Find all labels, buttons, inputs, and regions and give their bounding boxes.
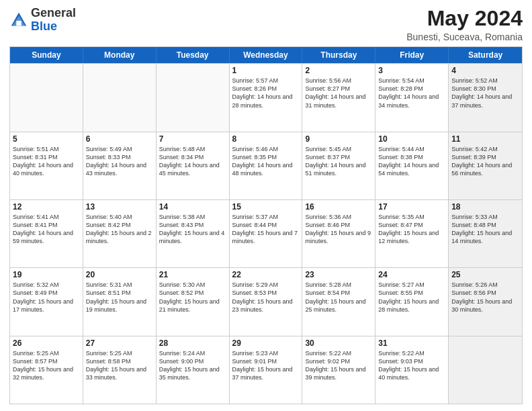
cal-cell: 27Sunrise: 5:25 AM Sunset: 8:58 PM Dayli… xyxy=(83,336,157,404)
day-number: 7 xyxy=(159,134,226,144)
cell-info: Sunrise: 5:44 AM Sunset: 8:38 PM Dayligh… xyxy=(378,145,445,178)
cell-info: Sunrise: 5:57 AM Sunset: 8:26 PM Dayligh… xyxy=(232,77,300,109)
cal-cell: 24Sunrise: 5:27 AM Sunset: 8:55 PM Dayli… xyxy=(375,268,449,335)
logo-text: General Blue xyxy=(31,7,76,34)
day-number: 27 xyxy=(86,338,153,348)
calendar-week-3: 12Sunrise: 5:41 AM Sunset: 8:41 PM Dayli… xyxy=(10,199,522,267)
day-number: 22 xyxy=(232,270,300,279)
header-day-thursday: Thursday xyxy=(302,47,375,63)
day-number: 26 xyxy=(13,338,80,348)
day-number: 17 xyxy=(378,202,445,212)
day-number: 25 xyxy=(451,270,519,279)
day-number: 5 xyxy=(13,134,80,144)
cal-cell: 19Sunrise: 5:32 AM Sunset: 8:49 PM Dayli… xyxy=(10,268,83,335)
cal-cell: 9Sunrise: 5:45 AM Sunset: 8:37 PM Daylig… xyxy=(302,132,375,199)
cal-cell: 16Sunrise: 5:36 AM Sunset: 8:46 PM Dayli… xyxy=(302,200,375,267)
day-number: 1 xyxy=(232,66,300,75)
cal-cell: 18Sunrise: 5:33 AM Sunset: 8:48 PM Dayli… xyxy=(449,200,522,267)
cell-info: Sunrise: 5:56 AM Sunset: 8:27 PM Dayligh… xyxy=(305,77,372,109)
cal-cell: 3Sunrise: 5:54 AM Sunset: 8:28 PM Daylig… xyxy=(375,64,449,131)
day-number: 3 xyxy=(378,66,445,75)
cal-cell: 25Sunrise: 5:26 AM Sunset: 8:56 PM Dayli… xyxy=(449,268,522,335)
svg-rect-2 xyxy=(16,21,21,26)
cell-info: Sunrise: 5:37 AM Sunset: 8:44 PM Dayligh… xyxy=(232,213,300,246)
calendar-week-5: 26Sunrise: 5:25 AM Sunset: 8:57 PM Dayli… xyxy=(10,336,522,404)
cell-info: Sunrise: 5:52 AM Sunset: 8:30 PM Dayligh… xyxy=(451,77,519,109)
cell-info: Sunrise: 5:46 AM Sunset: 8:35 PM Dayligh… xyxy=(232,145,300,178)
cal-cell: 26Sunrise: 5:25 AM Sunset: 8:57 PM Dayli… xyxy=(10,336,83,404)
header-day-friday: Friday xyxy=(375,47,449,63)
calendar-body: 1Sunrise: 5:57 AM Sunset: 8:26 PM Daylig… xyxy=(10,63,522,404)
calendar-week-4: 19Sunrise: 5:32 AM Sunset: 8:49 PM Dayli… xyxy=(10,267,522,335)
day-number: 30 xyxy=(305,338,372,348)
cell-info: Sunrise: 5:24 AM Sunset: 9:00 PM Dayligh… xyxy=(159,349,226,382)
cell-info: Sunrise: 5:45 AM Sunset: 8:37 PM Dayligh… xyxy=(305,145,372,178)
cell-info: Sunrise: 5:30 AM Sunset: 8:52 PM Dayligh… xyxy=(159,281,226,314)
cal-cell: 6Sunrise: 5:49 AM Sunset: 8:33 PM Daylig… xyxy=(83,132,157,199)
cal-cell: 13Sunrise: 5:40 AM Sunset: 8:42 PM Dayli… xyxy=(83,200,157,267)
cal-cell: 31Sunrise: 5:22 AM Sunset: 9:03 PM Dayli… xyxy=(375,336,449,404)
cal-cell: 11Sunrise: 5:42 AM Sunset: 8:39 PM Dayli… xyxy=(449,132,522,199)
cell-info: Sunrise: 5:25 AM Sunset: 8:58 PM Dayligh… xyxy=(86,349,153,382)
cell-info: Sunrise: 5:25 AM Sunset: 8:57 PM Dayligh… xyxy=(13,349,80,382)
month-title: May 2024 xyxy=(406,7,523,30)
logo-icon xyxy=(9,11,28,30)
cal-cell: 21Sunrise: 5:30 AM Sunset: 8:52 PM Dayli… xyxy=(157,268,230,335)
cal-cell: 5Sunrise: 5:51 AM Sunset: 8:31 PM Daylig… xyxy=(10,132,83,199)
cell-info: Sunrise: 5:49 AM Sunset: 8:33 PM Dayligh… xyxy=(86,145,153,178)
day-number: 6 xyxy=(86,134,153,144)
location: Bunesti, Suceava, Romania xyxy=(406,32,523,42)
cell-info: Sunrise: 5:28 AM Sunset: 8:54 PM Dayligh… xyxy=(305,281,372,314)
header-day-wednesday: Wednesday xyxy=(230,47,303,63)
day-number: 12 xyxy=(13,202,80,212)
cal-cell: 20Sunrise: 5:31 AM Sunset: 8:51 PM Dayli… xyxy=(83,268,157,335)
cal-cell: 12Sunrise: 5:41 AM Sunset: 8:41 PM Dayli… xyxy=(10,200,83,267)
cell-info: Sunrise: 5:38 AM Sunset: 8:43 PM Dayligh… xyxy=(159,213,226,246)
logo-general: General xyxy=(31,6,76,19)
day-number: 24 xyxy=(378,270,445,279)
calendar: SundayMondayTuesdayWednesdayThursdayFrid… xyxy=(9,46,523,404)
cal-cell: 2Sunrise: 5:56 AM Sunset: 8:27 PM Daylig… xyxy=(302,64,375,131)
cell-info: Sunrise: 5:40 AM Sunset: 8:42 PM Dayligh… xyxy=(86,213,153,246)
day-number: 28 xyxy=(159,338,226,348)
cell-info: Sunrise: 5:54 AM Sunset: 8:28 PM Dayligh… xyxy=(378,77,445,109)
cell-info: Sunrise: 5:31 AM Sunset: 8:51 PM Dayligh… xyxy=(86,281,153,314)
cal-cell: 7Sunrise: 5:48 AM Sunset: 8:34 PM Daylig… xyxy=(157,132,230,199)
cal-cell: 30Sunrise: 5:22 AM Sunset: 9:02 PM Dayli… xyxy=(302,336,375,404)
day-number: 31 xyxy=(378,338,445,348)
day-number: 11 xyxy=(451,134,519,144)
cal-cell: 10Sunrise: 5:44 AM Sunset: 8:38 PM Dayli… xyxy=(375,132,449,199)
cell-info: Sunrise: 5:42 AM Sunset: 8:39 PM Dayligh… xyxy=(451,145,519,178)
calendar-header-row: SundayMondayTuesdayWednesdayThursdayFrid… xyxy=(10,47,522,63)
cell-info: Sunrise: 5:22 AM Sunset: 9:02 PM Dayligh… xyxy=(305,349,372,382)
day-number: 18 xyxy=(451,202,519,212)
cal-cell xyxy=(157,64,230,131)
header-day-monday: Monday xyxy=(83,47,157,63)
cell-info: Sunrise: 5:33 AM Sunset: 8:48 PM Dayligh… xyxy=(451,213,519,246)
cell-info: Sunrise: 5:41 AM Sunset: 8:41 PM Dayligh… xyxy=(13,213,80,246)
day-number: 21 xyxy=(159,270,226,279)
day-number: 16 xyxy=(305,202,372,212)
calendar-week-2: 5Sunrise: 5:51 AM Sunset: 8:31 PM Daylig… xyxy=(10,132,522,199)
cell-info: Sunrise: 5:32 AM Sunset: 8:49 PM Dayligh… xyxy=(13,281,80,314)
calendar-week-1: 1Sunrise: 5:57 AM Sunset: 8:26 PM Daylig… xyxy=(10,63,522,131)
page: General Blue May 2024 Bunesti, Suceava, … xyxy=(0,0,532,411)
day-number: 20 xyxy=(86,270,153,279)
cell-info: Sunrise: 5:29 AM Sunset: 8:53 PM Dayligh… xyxy=(232,281,300,314)
cal-cell: 29Sunrise: 5:23 AM Sunset: 9:01 PM Dayli… xyxy=(230,336,303,404)
cal-cell xyxy=(83,64,157,131)
day-number: 2 xyxy=(305,66,372,75)
cell-info: Sunrise: 5:23 AM Sunset: 9:01 PM Dayligh… xyxy=(232,349,300,382)
header-day-sunday: Sunday xyxy=(10,47,83,63)
header: General Blue May 2024 Bunesti, Suceava, … xyxy=(9,7,523,42)
day-number: 29 xyxy=(232,338,300,348)
cal-cell: 14Sunrise: 5:38 AM Sunset: 8:43 PM Dayli… xyxy=(157,200,230,267)
logo-blue-text: Blue xyxy=(31,19,57,33)
cal-cell: 22Sunrise: 5:29 AM Sunset: 8:53 PM Dayli… xyxy=(230,268,303,335)
header-day-saturday: Saturday xyxy=(449,47,522,63)
title-block: May 2024 Bunesti, Suceava, Romania xyxy=(406,7,523,42)
cal-cell: 1Sunrise: 5:57 AM Sunset: 8:26 PM Daylig… xyxy=(230,64,303,131)
day-number: 19 xyxy=(13,270,80,279)
logo: General Blue xyxy=(9,7,76,34)
day-number: 14 xyxy=(159,202,226,212)
